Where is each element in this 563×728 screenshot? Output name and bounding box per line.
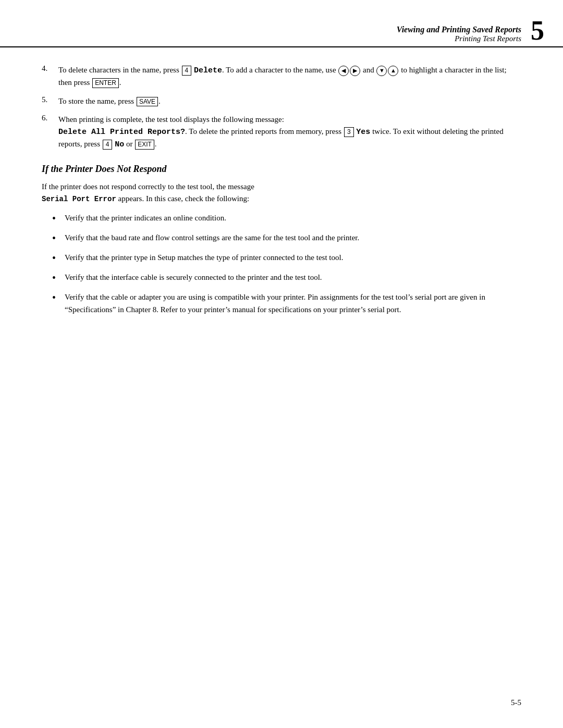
right-arrow-icon: ▶ xyxy=(350,66,360,76)
left-arrow-icon: ◀ xyxy=(338,66,349,76)
key-3: 3 xyxy=(344,127,354,137)
section-intro-text: If the printer does not respond correctl… xyxy=(42,182,254,191)
bullet-dot-4: • xyxy=(52,272,65,284)
list-item-4: 4. To delete characters in the name, pre… xyxy=(42,64,521,89)
bullet-text-5: Verify that the cable or adapter you are… xyxy=(65,291,521,316)
bullet-item-1: • Verify that the printer indicates an o… xyxy=(52,212,521,225)
delete-all-cmd: Delete All Printed Reports? xyxy=(58,128,185,137)
yes-cmd: Yes xyxy=(356,128,370,137)
section-intro2-text: appears. In this case, check the followi… xyxy=(116,194,249,203)
up-arrow-icon: ▲ xyxy=(388,66,398,76)
chapter-number: 5 xyxy=(531,17,544,44)
bullet-list: • Verify that the printer indicates an o… xyxy=(52,212,521,316)
section-intro-paragraph: If the printer does not respond correctl… xyxy=(42,181,521,205)
key-exit: EXIT xyxy=(135,140,154,150)
serial-port-error-text: Serial Port Error xyxy=(42,195,116,203)
section-heading: If the Printer Does Not Respond xyxy=(42,164,521,175)
bullet-text-1: Verify that the printer indicates an onl… xyxy=(65,212,521,224)
list-num-4: 4. xyxy=(42,64,58,73)
list-content-6: When printing is complete, the test tool… xyxy=(58,114,521,151)
header-subtitle: Printing Test Reports xyxy=(397,34,521,43)
bullet-text-4: Verify that the interface cable is secur… xyxy=(65,272,521,283)
page-number: 5-5 xyxy=(511,698,521,707)
bullet-dot-2: • xyxy=(52,232,65,244)
down-arrow-icon: ▼ xyxy=(376,66,387,76)
main-content: 4. To delete characters in the name, pre… xyxy=(0,47,563,354)
page-header: Viewing and Printing Saved Reports Print… xyxy=(0,0,563,47)
list-content-5: To store the name, press SAVE. xyxy=(58,95,521,107)
key-4b: 4 xyxy=(103,140,113,150)
bullet-item-2: • Verify that the baud rate and flow con… xyxy=(52,232,521,244)
list-item-5: 5. To store the name, press SAVE. xyxy=(42,95,521,107)
header-text-block: Viewing and Printing Saved Reports Print… xyxy=(397,25,521,43)
bullet-item-4: • Verify that the interface cable is sec… xyxy=(52,272,521,284)
page-footer: 5-5 xyxy=(511,698,521,707)
bullet-text-2: Verify that the baud rate and flow contr… xyxy=(65,232,521,244)
header-title: Viewing and Printing Saved Reports xyxy=(397,25,521,34)
no-cmd: No xyxy=(115,140,124,149)
list-num-5: 5. xyxy=(42,95,58,104)
bullet-item-3: • Verify that the printer type in Setup … xyxy=(52,252,521,264)
key-save: SAVE xyxy=(137,97,158,107)
bullet-dot-3: • xyxy=(52,252,65,264)
list-item-6: 6. When printing is complete, the test t… xyxy=(42,114,521,151)
delete-cmd: Delete xyxy=(194,66,222,75)
numbered-list: 4. To delete characters in the name, pre… xyxy=(42,64,521,151)
page: Viewing and Printing Saved Reports Print… xyxy=(0,0,563,728)
key-4: 4 xyxy=(182,66,192,76)
bullet-item-5: • Verify that the cable or adapter you a… xyxy=(52,291,521,316)
bullet-dot-5: • xyxy=(52,291,65,304)
bullet-dot-1: • xyxy=(52,212,65,225)
list-content-4: To delete characters in the name, press … xyxy=(58,64,521,89)
list-num-6: 6. xyxy=(42,114,58,122)
bullet-text-3: Verify that the printer type in Setup ma… xyxy=(65,252,521,264)
key-enter: ENTER xyxy=(92,78,119,88)
